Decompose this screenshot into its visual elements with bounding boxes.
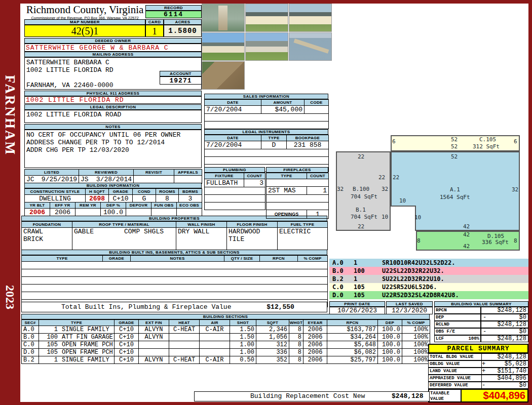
district-spine-label: FARNHAM — [2, 75, 18, 156]
bvs-row: OBS F/E-$0 — [434, 328, 528, 335]
fireplace-empty-row — [267, 202, 329, 210]
bs-air — [200, 341, 230, 349]
bs-rpcn: $34,264 — [327, 334, 378, 341]
vector-sec: D.0 — [332, 291, 354, 299]
last-saved-value: 12/3/2020 — [386, 307, 433, 314]
openings-label: OPENINGS — [267, 210, 307, 219]
bvs-label: OBS F/E — [436, 329, 455, 335]
sketch-dim: 8 — [417, 237, 421, 244]
bvs-value: $0 — [519, 329, 526, 335]
building-section-row: D.0 105OPEN FRAME PCH C+10 1.00 336 8 20… — [22, 349, 430, 356]
vector-code-row: B.0100U22SL22D32R22U32. — [329, 267, 528, 275]
reviewed-date: 3/28/2014 — [96, 176, 132, 183]
bs-rpcn: $6,082 — [327, 349, 378, 356]
bs-whgt: 8 — [289, 356, 303, 364]
bs-extfin: ALVYN — [139, 326, 169, 334]
parcel-op: - — [482, 382, 488, 388]
li-type: D — [261, 141, 287, 149]
sketch-dim: 52 — [451, 143, 458, 150]
mailing-address-header: MAILING ADDRESS — [24, 52, 202, 57]
roof-header: ROOF TYPE / MATERIAL — [72, 222, 176, 228]
floor-finish-header: FLOOR FINISH — [227, 222, 278, 228]
sketch-area-label: 1564 SqFt — [440, 194, 470, 200]
built-ins-header: BUILDING BUILT INS, BASEMENTS, ATTICS & … — [21, 250, 327, 255]
yrblt-header: YR BLT — [25, 202, 50, 209]
last-saved-header: LAST SAVED — [386, 301, 433, 307]
print-date-header: PRINT DATE — [329, 301, 385, 307]
appeals-header: APPEALS — [174, 170, 202, 176]
sales-table: DATE AMOUNT CODE 7/20/2004 $45,000 — [204, 99, 329, 129]
bs-shgt: 1.50 — [230, 334, 256, 341]
dep-pct-header: DEP % — [101, 202, 126, 209]
bs-heat — [169, 334, 200, 341]
foundation-line: BRICK — [23, 235, 70, 243]
replacement-cost-value: $248,128 — [392, 392, 423, 400]
sketch-section-label: B.1 — [356, 207, 366, 213]
bs-typename: SINGLE FAMILY — [62, 326, 109, 333]
bs-type: 100ATT FIN GARAGE — [39, 334, 115, 341]
bs-sec: D.0 — [22, 349, 39, 356]
fireplace-type-value: 2ST MAS — [267, 187, 307, 195]
listed-header: LISTED — [25, 170, 79, 176]
plumbing-table: FIXTURE COUNT FULLBATH 3 — [204, 173, 265, 210]
sketch-section-label: C.105 — [479, 136, 496, 143]
acres-header: ACRES — [164, 19, 202, 25]
built-ins-total-row: Total Built Ins, Plumbing & Fireplace Va… — [21, 302, 327, 312]
bi-empty-row — [22, 285, 328, 292]
parcel-row: OBLDG VALUE+$5,028 — [428, 360, 528, 368]
bs-eyear: 2006 — [303, 356, 327, 364]
sketch-dim: 6 — [392, 138, 396, 145]
parcel-value: $404,896 — [488, 375, 528, 381]
fireplace-count-value: 1 — [307, 187, 329, 195]
bs-dep: 100.0 — [378, 349, 402, 356]
parcel-row: DEFERRED VALUE-$0 — [428, 382, 528, 389]
bs-extfin — [139, 341, 169, 349]
bi-empty-row — [22, 262, 328, 269]
bvs-value: $248,128 — [497, 336, 526, 342]
li-bookpage: 231 858 — [287, 141, 329, 149]
bs-num: 105 — [41, 341, 58, 348]
bs-air — [200, 334, 230, 341]
review-table: LISTED REVIEWED REVISIT APPEALS JC9/25/2… — [24, 169, 202, 184]
sketch-notch — [391, 206, 416, 231]
vector-string: SR10D10R42U32L52D22. — [382, 259, 455, 267]
fireplace-type-header: TYPE — [267, 173, 307, 179]
sketch-dim: 8 — [514, 237, 517, 244]
listed-date: 9/25/2019 — [42, 176, 77, 183]
county-title: Richmond County, Virginia — [24, 4, 145, 16]
floor-finish-value: HARDWOODTILE — [227, 228, 278, 250]
parcel-value: $0 — [488, 382, 528, 388]
plumbing-header: PLUMBING — [204, 167, 265, 173]
sketch-dim: 22 — [378, 174, 385, 181]
bs-dep: 100.0 — [378, 356, 402, 364]
fixture-count-value: 3 — [244, 179, 265, 187]
sales-code-header: CODE — [305, 100, 329, 106]
reviewed-header: REVIEWED — [79, 170, 134, 176]
building-section-row: C.0 105OPEN FRAME PCH C+10 1.00 312 8 20… — [22, 341, 430, 349]
deeded-owner-header: DEEDED OWNER — [24, 38, 202, 44]
bs-heat — [169, 341, 200, 349]
bvs-value: $248,128 — [497, 321, 526, 328]
parcel-op — [482, 375, 488, 381]
sketch-dim: 10 — [382, 214, 388, 220]
wall-finish-value: DRY WALL — [176, 228, 227, 250]
card-value: 1 — [145, 25, 164, 37]
bs-whgt: 8 — [289, 326, 303, 334]
bs-num: 1 — [41, 326, 58, 333]
sketch-dim: 32 — [512, 186, 518, 193]
parcel-value: $151,740 — [488, 368, 528, 374]
li-bookpage-header: BOOKPAGE — [287, 135, 329, 141]
property-photo-7 — [202, 61, 245, 90]
parcel-value: $5,028 — [488, 361, 528, 367]
building-sketch: 6 52 C.105 52 312 SqFt 6 22 52 22 22 32 … — [329, 130, 528, 256]
sketch-dim: 22 — [393, 174, 399, 181]
bs-grade: C+10 — [115, 349, 139, 356]
taxable-value-label: TAXABLE VALUE — [429, 390, 462, 401]
roof-material: COMP SHGLS — [124, 228, 164, 235]
bs-air — [200, 349, 230, 356]
vector-string: SU22L22D32R22U10. — [382, 275, 444, 283]
foundation-value: CRAWLBRICK — [22, 228, 72, 250]
revisit-header: REVISIT — [134, 170, 174, 176]
building-information-table-1: CONSTRUCTION STYLE H SQFT GRADE COND ROO… — [24, 188, 202, 203]
parcel-summary-header: PARCEL SUMMARY — [428, 344, 528, 353]
